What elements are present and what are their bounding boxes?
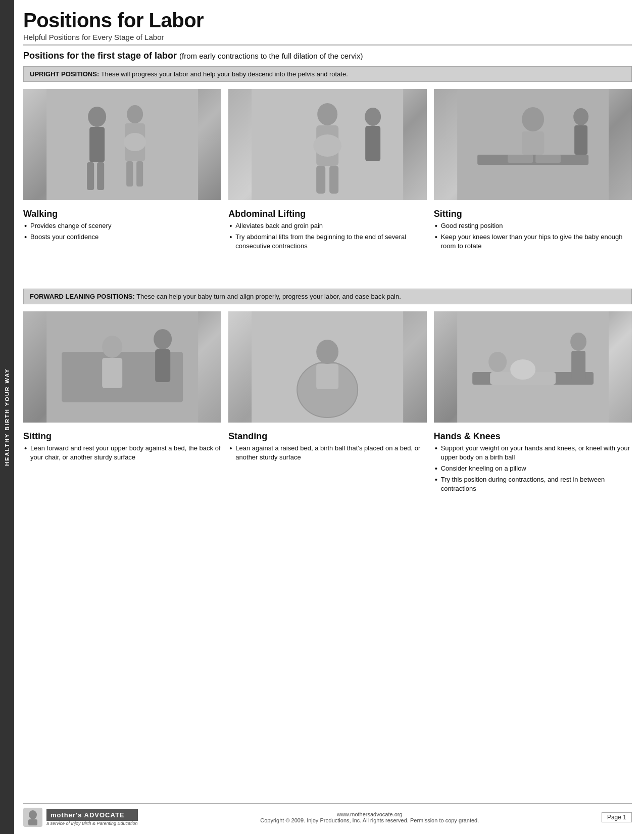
footer-website: www.mothersadvocate.org: [260, 811, 479, 817]
forward-sitting-svg: [23, 311, 221, 423]
hands-knees-svg: [434, 311, 632, 423]
svg-rect-4: [97, 162, 104, 190]
footer-copyright: Copyright © 2009. Injoy Productions, Inc…: [260, 817, 479, 823]
sitting-image-1: [434, 89, 632, 200]
svg-rect-42: [571, 351, 585, 381]
abdominal-title: Abdominal Lifting: [228, 209, 426, 219]
first-stage-heading: Positions for the first stage of labor (…: [23, 51, 632, 61]
svg-point-44: [29, 810, 37, 819]
svg-point-20: [522, 107, 544, 131]
upright-banner-text: These will progress your labor and help …: [101, 70, 348, 78]
footer-center-text: www.mothersadvocate.org Copyright © 2009…: [260, 811, 479, 823]
svg-rect-21: [522, 131, 544, 155]
abdominal-bullet-2: Try abdominal lifts from the beginning t…: [228, 233, 426, 251]
walking-svg: [23, 89, 221, 200]
svg-rect-8: [126, 161, 133, 187]
sitting-title-1: Sitting: [434, 209, 632, 219]
hands-knees-bullet-3: Try this position during contractions, a…: [434, 475, 632, 493]
forward-sitting-card: Sitting Lean forward and rest your upper…: [23, 428, 221, 496]
svg-point-7: [124, 133, 146, 151]
forward-image-grid: [23, 311, 632, 423]
svg-rect-0: [46, 89, 198, 200]
sitting-bullet-1: Good resting position: [434, 221, 632, 230]
svg-point-24: [573, 108, 588, 125]
sitting-card-1: Sitting Good resting position Keep your …: [434, 205, 632, 253]
footer-logo-sub: a service of Injoy Birth & Parenting Edu…: [46, 821, 138, 826]
walking-bullet-2: Boosts your confidence: [23, 233, 221, 242]
abdominal-bullets: Alleviates back and groin pain Try abdom…: [228, 221, 426, 253]
forward-sitting-image: [23, 311, 221, 423]
svg-rect-23: [535, 155, 561, 163]
footer-logo-text-group: mother's ADVOCATE a service of Injoy Bir…: [46, 809, 138, 826]
svg-rect-45: [28, 819, 37, 825]
forward-banner-label: FORWARD LEANING POSITIONS:: [30, 293, 135, 300]
hands-knees-bullet-1: Support your weight on your hands and kn…: [434, 444, 632, 462]
svg-point-40: [510, 359, 535, 380]
upright-banner-label: UPRIGHT POSITIONS:: [30, 70, 99, 78]
forward-banner-text: These can help your baby turn and align …: [136, 293, 401, 300]
sidebar-label: HEALTHY BIRTH YOUR WAY: [4, 368, 10, 466]
standing-image: [228, 311, 426, 423]
walking-bullets: Provides change of scenery Boosts your c…: [23, 221, 221, 244]
svg-point-30: [154, 329, 172, 349]
abdominal-image: [228, 89, 426, 200]
abdominal-bullet-1: Alleviates back and groin pain: [228, 221, 426, 230]
svg-point-11: [317, 103, 337, 125]
svg-point-1: [88, 107, 106, 127]
svg-rect-35: [316, 364, 338, 389]
hands-knees-bullet-2: Consider kneeling on a pillow: [434, 464, 632, 473]
walking-image: [23, 89, 221, 200]
svg-rect-9: [136, 161, 143, 187]
svg-point-16: [365, 108, 381, 126]
svg-point-13: [313, 134, 341, 157]
sitting-svg-1: [434, 89, 632, 200]
svg-rect-14: [316, 166, 325, 194]
standing-svg: [228, 311, 426, 423]
footer-logo-text: mother's ADVOCATE: [46, 809, 138, 821]
page-title: Positions for Labor: [23, 9, 632, 31]
abdominal-svg: [228, 89, 426, 200]
svg-rect-31: [155, 349, 170, 382]
svg-point-34: [316, 340, 338, 364]
spacer-2: [23, 273, 632, 289]
sitting-bullet-2: Keep your knees lower than your hips to …: [434, 233, 632, 251]
walking-title: Walking: [23, 209, 221, 219]
svg-rect-15: [329, 166, 338, 194]
svg-point-28: [102, 336, 122, 358]
forward-sitting-title: Sitting: [23, 431, 221, 442]
svg-rect-29: [102, 358, 122, 388]
standing-title: Standing: [228, 431, 426, 442]
walking-card: Walking Provides change of scenery Boost…: [23, 205, 221, 253]
forward-sitting-bullet-1: Lean forward and rest your upper body ag…: [23, 444, 221, 462]
forward-sitting-bullets: Lean forward and rest your upper body ag…: [23, 444, 221, 464]
hands-knees-title: Hands & Knees: [434, 431, 632, 442]
svg-point-5: [127, 105, 143, 123]
forward-banner: FORWARD LEANING POSITIONS: These can hel…: [23, 289, 632, 304]
hands-knees-card: Hands & Knees Support your weight on you…: [434, 428, 632, 496]
svg-point-38: [488, 352, 507, 372]
svg-rect-3: [87, 162, 94, 190]
standing-bullet-1: Lean against a raised bed, a birth ball …: [228, 444, 426, 462]
upright-image-grid: [23, 89, 632, 200]
footer: mother's ADVOCATE a service of Injoy Bir…: [23, 803, 632, 827]
page-subtitle: Helpful Positions for Every Stage of Lab…: [23, 33, 632, 41]
sitting-bullets-1: Good resting position Keep your knees lo…: [434, 221, 632, 253]
walking-bullet-1: Provides change of scenery: [23, 221, 221, 230]
standing-card: Standing Lean against a raised bed, a bi…: [228, 428, 426, 496]
svg-point-41: [570, 333, 586, 351]
header-divider: [23, 44, 632, 45]
upright-banner: UPRIGHT POSITIONS: These will progress y…: [23, 66, 632, 82]
first-stage-subheading: (from early contractions to the full dil…: [179, 52, 363, 60]
spacer-1: [23, 258, 632, 273]
sidebar: HEALTHY BIRTH YOUR WAY: [0, 0, 14, 834]
svg-rect-22: [508, 155, 533, 163]
svg-rect-17: [365, 126, 380, 161]
footer-page: Page 1: [602, 812, 632, 822]
standing-bullets: Lean against a raised bed, a birth ball …: [228, 444, 426, 464]
hands-knees-bullets: Support your weight on your hands and kn…: [434, 444, 632, 496]
upright-cards-grid: Walking Provides change of scenery Boost…: [23, 205, 632, 253]
svg-rect-2: [89, 127, 105, 162]
main-content: Positions for Labor Helpful Positions fo…: [14, 0, 644, 834]
footer-logo-group: mother's ADVOCATE a service of Injoy Bir…: [23, 808, 138, 827]
hands-knees-image: [434, 311, 632, 423]
